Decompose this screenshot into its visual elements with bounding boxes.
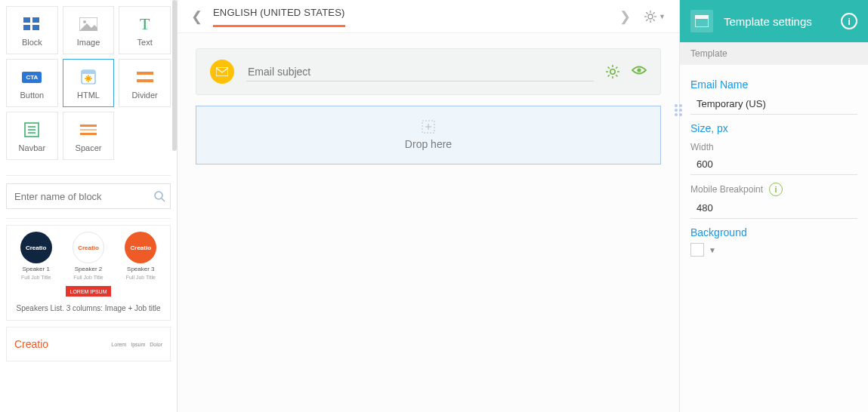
svg-line-28 <box>653 12 655 14</box>
tool-grid: Block Image T Text CTA Button <box>0 0 177 166</box>
tool-html[interactable]: HTML <box>63 59 115 107</box>
section-header: Template <box>680 42 868 65</box>
nav-item: Dolor <box>150 342 162 347</box>
svg-point-18 <box>155 192 162 199</box>
brand-logo: Creatio <box>14 338 48 350</box>
breakpoint-input[interactable]: 480 <box>690 199 857 219</box>
tool-label: Button <box>20 91 44 100</box>
svg-rect-2 <box>23 25 30 30</box>
editor-canvas: ❮ ENGLISH (UNITED STATES) ❯ ▼ <box>178 0 679 412</box>
text-icon: T <box>140 14 150 35</box>
tool-label: Block <box>22 38 42 47</box>
right-sidebar: Template settings i Template Email Name … <box>679 0 868 412</box>
width-label: Width <box>690 142 857 152</box>
search-icon[interactable] <box>149 190 170 202</box>
emailname-input[interactable]: Temporary (US) <box>690 95 857 115</box>
tool-block[interactable]: Block <box>6 6 58 54</box>
settings-dropdown[interactable]: ▼ <box>644 11 666 23</box>
tool-image[interactable]: Image <box>63 6 115 54</box>
template-speakers-card[interactable]: Creatio Speaker 1 Full Job Title Creatio… <box>6 225 171 321</box>
background-label: Background <box>690 226 857 238</box>
breakpoint-text: Mobile Breakpoint <box>690 184 763 195</box>
svg-point-30 <box>610 69 615 74</box>
button-icon: CTA <box>22 66 42 88</box>
speaker-label: Speaker 1 <box>22 266 49 272</box>
emailname-label: Email Name <box>690 78 857 91</box>
svg-line-37 <box>608 75 610 76</box>
template-navbar-card[interactable]: Creatio Lorem Ipsum Dolor <box>6 327 171 361</box>
language-tab[interactable]: ENGLISH (UNITED STATES) <box>213 7 345 26</box>
speaker-label: Speaker 2 <box>75 266 102 272</box>
navbar-icon <box>24 119 39 140</box>
tool-label: Divider <box>132 91 158 100</box>
drop-zone-label: Drop here <box>405 138 452 150</box>
svg-rect-8 <box>87 77 90 80</box>
drop-zone[interactable]: Drop here <box>196 106 661 164</box>
next-language-button[interactable]: ❯ <box>619 8 631 25</box>
svg-rect-16 <box>80 133 97 135</box>
right-header: Template settings i <box>680 0 868 42</box>
template-previews: Creatio Speaker 1 Full Job Title Creatio… <box>0 219 177 367</box>
search-input[interactable] <box>7 191 149 202</box>
chevron-down-icon: ▼ <box>709 246 716 254</box>
tool-button[interactable]: CTA Button <box>6 59 58 107</box>
width-input[interactable]: 600 <box>690 155 857 175</box>
sidebar-scrollbar[interactable] <box>172 0 177 151</box>
info-button[interactable]: i <box>841 13 857 29</box>
tool-divider[interactable]: Divider <box>119 59 171 107</box>
svg-rect-44 <box>695 15 709 19</box>
tool-text[interactable]: T Text <box>119 6 171 54</box>
preview-nav: Lorem Ipsum Dolor <box>111 342 162 347</box>
svg-line-26 <box>653 19 655 20</box>
eye-icon <box>632 65 647 75</box>
preview-button[interactable] <box>632 65 647 78</box>
svg-line-27 <box>646 19 647 20</box>
language-bar: ❮ ENGLISH (UNITED STATES) ❯ ▼ <box>178 0 679 33</box>
svg-line-35 <box>608 67 610 69</box>
svg-rect-3 <box>32 25 39 30</box>
spacer-icon <box>80 119 97 140</box>
email-subject-bar <box>196 48 661 95</box>
mail-icon <box>210 60 234 84</box>
sidebar-divider <box>6 175 171 176</box>
svg-line-36 <box>616 75 617 76</box>
divider-icon <box>137 66 153 88</box>
settings-body: Email Name Temporary (US) Size, px Width… <box>680 65 868 263</box>
html-icon <box>80 66 97 88</box>
svg-point-39 <box>637 68 641 72</box>
drop-placeholder-icon <box>422 120 435 134</box>
svg-line-38 <box>616 67 617 69</box>
svg-rect-15 <box>80 125 97 127</box>
svg-rect-10 <box>137 79 153 82</box>
svg-rect-29 <box>216 67 228 76</box>
tool-label: Text <box>137 38 153 47</box>
speaker-label: Speaker 3 <box>127 266 154 272</box>
drag-handle[interactable] <box>675 104 682 116</box>
subject-settings-button[interactable] <box>606 65 619 78</box>
brand-circle-orange: Creatio <box>125 232 156 263</box>
lorem-pill: LOREM IPSUM <box>66 286 111 297</box>
svg-line-19 <box>162 198 165 201</box>
template-icon <box>690 10 713 32</box>
tool-label: Spacer <box>76 143 102 152</box>
breakpoint-info-button[interactable]: i <box>769 183 783 196</box>
background-color-picker[interactable]: ▼ <box>690 243 857 257</box>
job-title: Full Job Title <box>126 275 156 280</box>
svg-point-5 <box>83 20 86 23</box>
size-label: Size, px <box>690 122 857 134</box>
svg-rect-9 <box>137 72 153 75</box>
tool-label: HTML <box>77 91 100 100</box>
gear-icon <box>644 11 656 23</box>
tool-label: Image <box>77 38 100 47</box>
block-icon <box>23 14 40 35</box>
job-title: Full Job Title <box>73 275 103 280</box>
svg-rect-7 <box>82 70 95 74</box>
tool-navbar[interactable]: Navbar <box>6 112 58 160</box>
nav-item: Ipsum <box>131 342 145 347</box>
email-subject-input[interactable] <box>246 63 594 81</box>
block-search <box>6 183 171 209</box>
svg-point-20 <box>648 14 653 19</box>
svg-line-25 <box>646 12 647 14</box>
tool-spacer[interactable]: Spacer <box>63 112 115 160</box>
prev-language-button[interactable]: ❮ <box>191 8 202 25</box>
